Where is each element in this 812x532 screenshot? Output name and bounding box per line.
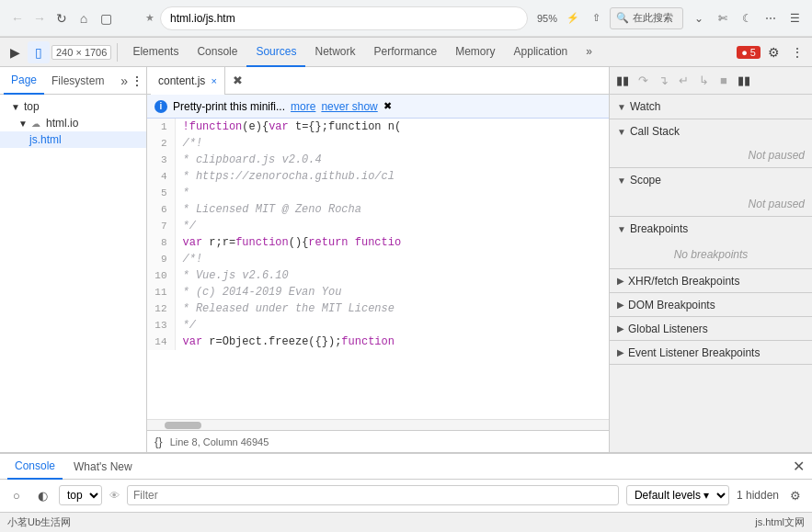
- call-stack-section: ▼ Call Stack Not paused: [610, 119, 812, 168]
- console-close-button[interactable]: ✕: [793, 458, 805, 475]
- no-breakpoints-text: No breakpoints: [610, 243, 812, 266]
- pretty-more-link[interactable]: more: [291, 100, 315, 113]
- line-num-9: 9: [147, 251, 175, 267]
- code-line-2: 2 /*!: [147, 135, 609, 152]
- code-line-8: 8 var r;r=function(){return functio: [147, 234, 609, 251]
- reload-button[interactable]: ↻: [51, 8, 72, 28]
- panel-options-button[interactable]: ⋮: [132, 74, 143, 87]
- code-line-3: 3 * clipboard.js v2.0.4: [147, 152, 609, 168]
- panel-more-button[interactable]: »: [120, 74, 128, 88]
- address-bar[interactable]: html.io/js.htm: [160, 6, 528, 30]
- scroll-thumb-h: [165, 422, 201, 429]
- console-bar: ○ ◐ top 👁 Default levels ▾ 1 hidden ⚙: [0, 480, 812, 511]
- line-num-8: 8: [147, 234, 175, 251]
- console-filter-button[interactable]: ◐: [33, 486, 51, 504]
- info-icon: i: [154, 100, 167, 113]
- top-frame-label: top: [24, 100, 40, 113]
- line-content-5: *: [175, 185, 609, 201]
- tab-console[interactable]: Console: [188, 38, 246, 67]
- line-content-14: var r=Object.freeze({});function: [175, 334, 609, 350]
- call-stack-header[interactable]: ▼ Call Stack: [610, 119, 812, 143]
- dom-breakpoints-section[interactable]: ▶ DOM Breakpoints: [610, 293, 812, 317]
- back-button[interactable]: ←: [7, 8, 28, 28]
- line-content-10: * Vue.js v2.6.10: [175, 267, 609, 284]
- more-tabs-button[interactable]: »: [577, 38, 601, 67]
- watch-header[interactable]: ▼ Watch: [610, 95, 812, 119]
- dimension-badge: 240 × 1706: [51, 45, 111, 60]
- console-tab-console[interactable]: Console: [7, 454, 63, 480]
- pretty-close-button[interactable]: ✖: [383, 100, 392, 112]
- tab-performance[interactable]: Performance: [364, 38, 446, 67]
- step-button[interactable]: ↳: [694, 72, 713, 90]
- tab-sources[interactable]: Sources: [246, 38, 305, 67]
- inspect-element-button[interactable]: ▶: [4, 41, 26, 63]
- debug-toolbar: ▮▮ ↷ ↴ ↵ ↳ ■ ▮▮: [610, 67, 812, 95]
- code-area[interactable]: 1 !function(e){var t={};function n( 2 /*…: [147, 119, 609, 419]
- menu-button[interactable]: ☰: [784, 8, 805, 28]
- code-footer: {} Line 8, Column 46945: [147, 430, 609, 452]
- tab-memory[interactable]: Memory: [446, 38, 504, 67]
- tree-item-jshtml[interactable]: js.html: [0, 131, 146, 148]
- domain-label: html.io: [46, 117, 78, 130]
- line-content-2: /*!: [175, 135, 609, 152]
- console-tab-whats-new[interactable]: What's New: [66, 454, 140, 480]
- device-toolbar-button[interactable]: ▯: [28, 41, 50, 63]
- line-content-3: * clipboard.js v2.0.4: [175, 152, 609, 168]
- file-tree: ▼ top ▼ ☁ html.io js.html: [0, 95, 146, 452]
- search-bar[interactable]: 🔍 在此搜索: [610, 7, 683, 29]
- console-filter-input[interactable]: [127, 485, 619, 505]
- tab-application[interactable]: Application: [505, 38, 578, 67]
- page-tab[interactable]: Page: [4, 67, 44, 95]
- console-settings-button[interactable]: ⚙: [786, 486, 805, 504]
- moon-button[interactable]: ☾: [737, 8, 757, 28]
- pause-button[interactable]: ▮▮: [613, 72, 632, 90]
- console-panel: Console What's New ✕ ○ ◐ top 👁 Default l…: [0, 452, 812, 512]
- scope-header[interactable]: ▼ Scope: [610, 168, 812, 192]
- file-tab-content[interactable]: content.js ×: [151, 67, 225, 95]
- line-num-3: 3: [147, 152, 175, 168]
- deactivate-breakpoints-button[interactable]: ■: [715, 72, 733, 90]
- xhr-breakpoints-section[interactable]: ▶ XHR/fetch Breakpoints: [610, 269, 812, 293]
- horizontal-scrollbar[interactable]: [147, 419, 609, 430]
- line-num-6: 6: [147, 201, 175, 218]
- line-content-6: * Licensed MIT @ Zeno Rocha: [175, 201, 609, 218]
- code-line-9: 9 /*!: [147, 251, 609, 267]
- tree-item-top[interactable]: ▼ top: [0, 98, 146, 115]
- pretty-never-link[interactable]: never show: [321, 100, 377, 113]
- code-line-11: 11 * (c) 2014-2019 Evan You: [147, 284, 609, 300]
- call-stack-content: Not paused: [610, 143, 812, 167]
- tab-network[interactable]: Network: [305, 38, 364, 67]
- scissors-button[interactable]: ✄: [713, 8, 733, 28]
- line-num-11: 11: [147, 284, 175, 300]
- breakpoints-header[interactable]: ▼ Breakpoints: [610, 217, 812, 241]
- tree-item-htmlio[interactable]: ▼ ☁ html.io: [0, 115, 146, 131]
- forward-button[interactable]: →: [29, 8, 50, 28]
- close-panel-button[interactable]: ✖: [229, 70, 246, 91]
- line-num-2: 2: [147, 135, 175, 152]
- line-content-9: /*!: [175, 251, 609, 267]
- download-button[interactable]: ⌄: [689, 8, 709, 28]
- file-tab-name: content.js: [158, 74, 205, 87]
- url-text: html.io/js.htm: [170, 12, 235, 25]
- global-listeners-section[interactable]: ▶ Global Listeners: [610, 317, 812, 341]
- step-over-button[interactable]: ↷: [634, 72, 652, 90]
- step-out-button[interactable]: ↵: [674, 72, 692, 90]
- event-listeners-section[interactable]: ▶ Event Listener Breakpoints: [610, 341, 812, 365]
- dom-label: DOM Breakpoints: [628, 299, 715, 311]
- settings-button[interactable]: ⚙: [762, 41, 784, 63]
- console-clear-button[interactable]: ○: [7, 486, 26, 504]
- more-button[interactable]: ⋯: [761, 8, 781, 28]
- step-into-button[interactable]: ↴: [654, 72, 672, 90]
- tab-elements[interactable]: Elements: [123, 38, 188, 67]
- breakpoints-content: No breakpoints: [610, 241, 812, 268]
- pause-on-exceptions-button[interactable]: ▮▮: [735, 72, 753, 90]
- brackets-icon: {}: [154, 435, 163, 448]
- context-selector[interactable]: top: [59, 485, 102, 505]
- filesystem-tab[interactable]: Filesystem: [44, 67, 111, 95]
- xhr-label: XHR/fetch Breakpoints: [628, 275, 739, 288]
- levels-selector[interactable]: Default levels ▾: [626, 485, 729, 505]
- code-line-1: 1 !function(e){var t={};function n(: [147, 119, 609, 135]
- home-button[interactable]: ⌂: [74, 8, 94, 28]
- more-options-button[interactable]: ⋮: [786, 41, 808, 63]
- tab-button[interactable]: ▢: [96, 8, 116, 28]
